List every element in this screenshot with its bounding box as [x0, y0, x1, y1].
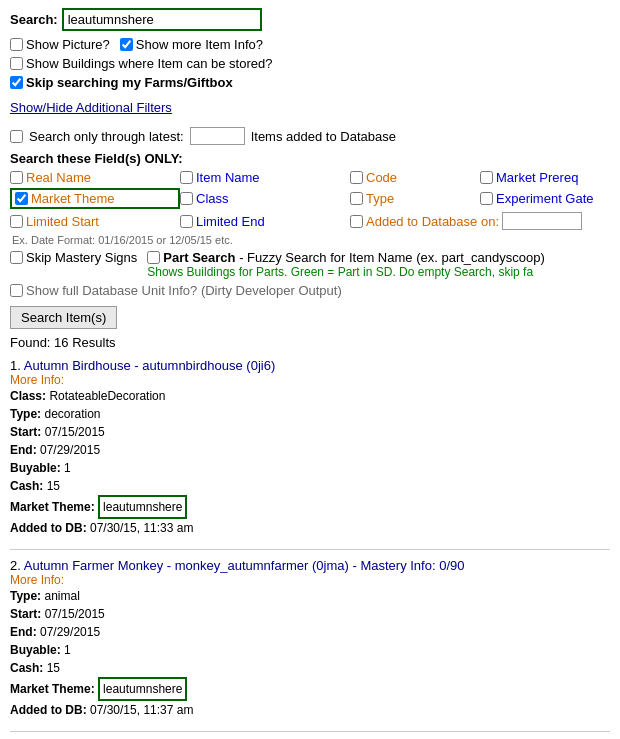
experiment-gate-label[interactable]: Experiment Gate — [496, 191, 594, 206]
result-2-type: animal — [44, 589, 79, 603]
skip-mastery-checkbox[interactable] — [10, 251, 23, 264]
market-theme-label[interactable]: Market Theme — [31, 191, 115, 206]
field-market-theme: Market Theme — [10, 188, 180, 209]
result-1-link[interactable]: Autumn Birdhouse - autumnbirdhouse (0ji6… — [24, 358, 275, 373]
real-name-label[interactable]: Real Name — [26, 170, 91, 185]
show-hide-link-container: Show/Hide Additional Filters — [10, 94, 610, 121]
result-2-cash: 15 — [47, 661, 60, 675]
result-1-details: Class: RotateableDecoration Type: decora… — [10, 387, 610, 537]
show-picture-option: Show Picture? — [10, 37, 110, 52]
field-code: Code — [350, 170, 480, 185]
result-2-link[interactable]: Autumn Farmer Monkey - monkey_autumnfarm… — [24, 558, 465, 573]
skip-mastery-field: Skip Mastery Signs — [10, 250, 137, 265]
item-name-label[interactable]: Item Name — [196, 170, 260, 185]
result-item-1: 1. Autumn Birdhouse - autumnbirdhouse (0… — [10, 358, 610, 537]
found-label: Found: — [10, 335, 50, 350]
field-item-name: Item Name — [180, 170, 350, 185]
field-added-to-db: Added to Database on: — [350, 212, 610, 230]
result-2-title-row: 2. Autumn Farmer Monkey - monkey_autumnf… — [10, 558, 610, 573]
field-real-name: Real Name — [10, 170, 180, 185]
experiment-gate-checkbox[interactable] — [480, 192, 493, 205]
show-hide-link[interactable]: Show/Hide Additional Filters — [10, 100, 172, 115]
part-search-field: Part Search - Fuzzy Search for Item Name… — [147, 250, 610, 265]
field-experiment-gate: Experiment Gate — [480, 188, 610, 209]
limited-end-label[interactable]: Limited End — [196, 214, 265, 229]
search-button[interactable]: Search Item(s) — [10, 306, 117, 329]
class-checkbox[interactable] — [180, 192, 193, 205]
skip-farms-label[interactable]: Skip searching my Farms/Giftbox — [26, 75, 233, 90]
class-label[interactable]: Class — [196, 191, 229, 206]
part-search-checkbox[interactable] — [147, 251, 160, 264]
fields-grid: Real Name Item Name Code Market Prereq M… — [10, 170, 610, 230]
show-buildings-checkbox[interactable] — [10, 57, 23, 70]
part-search-description: Shows Buildings for Parts. Green = Part … — [147, 265, 610, 279]
result-2-market-theme: leautumnshere — [98, 677, 187, 701]
full-db-checkbox[interactable] — [10, 284, 23, 297]
result-2-end: 07/29/2015 — [40, 625, 100, 639]
full-db-label[interactable]: Show full Database Unit Info? (Dirty Dev… — [26, 283, 342, 298]
added-to-db-label[interactable]: Added to Database on: — [366, 214, 499, 229]
fields-label: Search these Field(s) ONLY: — [10, 151, 610, 166]
filter-row: Search only through latest: Items added … — [10, 127, 610, 145]
divider-1 — [10, 549, 610, 550]
item-name-checkbox[interactable] — [180, 171, 193, 184]
added-to-db-input[interactable] — [502, 212, 582, 230]
result-1-buyable: 1 — [64, 461, 71, 475]
part-search-label[interactable]: Part Search - Fuzzy Search for Item Name… — [163, 250, 545, 265]
show-more-info-label[interactable]: Show more Item Info? — [136, 37, 263, 52]
field-type: Type — [350, 188, 480, 209]
options-row-1: Show Picture? Show more Item Info? — [10, 37, 610, 52]
search-latest-label[interactable]: Search only through latest: — [29, 129, 184, 144]
search-input[interactable] — [62, 8, 262, 31]
limited-end-checkbox[interactable] — [180, 215, 193, 228]
code-label[interactable]: Code — [366, 170, 397, 185]
type-label[interactable]: Type — [366, 191, 394, 206]
show-picture-label[interactable]: Show Picture? — [26, 37, 110, 52]
result-1-added-db: 07/30/15, 11:33 am — [90, 521, 193, 535]
added-to-db-checkbox[interactable] — [350, 215, 363, 228]
options-row-3: Skip searching my Farms/Giftbox — [10, 75, 610, 90]
options-row-2: Show Buildings where Item can be stored? — [10, 56, 610, 71]
result-2-details: Type: animal Start: 07/15/2015 End: 07/2… — [10, 587, 610, 719]
filter-count-input[interactable] — [190, 127, 245, 145]
result-2-start: 07/15/2015 — [45, 607, 105, 621]
result-1-number: 1. — [10, 358, 24, 373]
limited-start-checkbox[interactable] — [10, 215, 23, 228]
result-item-2: 2. Autumn Farmer Monkey - monkey_autumnf… — [10, 558, 610, 719]
market-theme-checkbox[interactable] — [15, 192, 28, 205]
search-row: Search: — [10, 8, 610, 31]
skip-mastery-row: Skip Mastery Signs Part Search - Fuzzy S… — [10, 250, 610, 279]
field-class: Class — [180, 188, 350, 209]
search-latest-checkbox[interactable] — [10, 130, 23, 143]
market-prereq-label[interactable]: Market Prereq — [496, 170, 578, 185]
result-1-start: 07/15/2015 — [45, 425, 105, 439]
result-1-title-row: 1. Autumn Birdhouse - autumnbirdhouse (0… — [10, 358, 610, 373]
limited-start-label[interactable]: Limited Start — [26, 214, 99, 229]
type-checkbox[interactable] — [350, 192, 363, 205]
real-name-checkbox[interactable] — [10, 171, 23, 184]
show-more-info-checkbox[interactable] — [120, 38, 133, 51]
market-prereq-checkbox[interactable] — [480, 171, 493, 184]
results-number: 16 — [54, 335, 68, 350]
show-buildings-option: Show Buildings where Item can be stored? — [10, 56, 272, 71]
divider-2 — [10, 731, 610, 732]
result-2-more-info[interactable]: More Info: — [10, 573, 610, 587]
date-format-note: Ex. Date Format: 01/16/2015 or 12/05/15 … — [12, 234, 610, 246]
show-picture-checkbox[interactable] — [10, 38, 23, 51]
result-2-number: 2. — [10, 558, 24, 573]
code-checkbox[interactable] — [350, 171, 363, 184]
show-buildings-label[interactable]: Show Buildings where Item can be stored? — [26, 56, 272, 71]
result-1-market-theme: leautumnshere — [98, 495, 187, 519]
search-label: Search: — [10, 12, 58, 27]
field-limited-end: Limited End — [180, 212, 350, 230]
skip-farms-option: Skip searching my Farms/Giftbox — [10, 75, 233, 90]
field-limited-start: Limited Start — [10, 212, 180, 230]
skip-mastery-label[interactable]: Skip Mastery Signs — [26, 250, 137, 265]
result-2-added-db: 07/30/15, 11:37 am — [90, 703, 193, 717]
result-1-more-info[interactable]: More Info: — [10, 373, 610, 387]
results-count: Found: 16 Results — [10, 335, 610, 350]
skip-farms-checkbox[interactable] — [10, 76, 23, 89]
additional-filters: Search only through latest: Items added … — [10, 127, 610, 145]
results-suffix: Results — [72, 335, 115, 350]
field-market-prereq: Market Prereq — [480, 170, 610, 185]
